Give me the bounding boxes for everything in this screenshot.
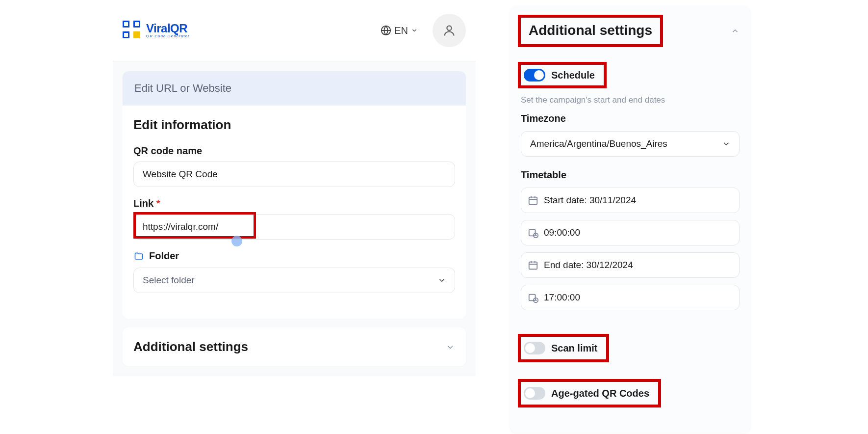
section-title: Edit information [133, 117, 455, 133]
calendar-icon [528, 260, 538, 271]
user-icon [442, 24, 456, 37]
folder-icon [133, 251, 144, 261]
age-gated-toggle[interactable] [524, 387, 545, 400]
svg-line-18 [536, 300, 537, 301]
logo-icon [123, 21, 142, 40]
language-switcher[interactable]: EN [381, 25, 418, 36]
required-asterisk: * [156, 198, 160, 209]
qr-name-label: QR code name [133, 145, 455, 157]
logo-text: ViralQR [146, 23, 190, 34]
svg-line-10 [536, 236, 537, 236]
start-time-input[interactable] [521, 220, 740, 245]
qr-name-input[interactable] [133, 162, 455, 187]
schedule-toggle[interactable] [524, 69, 545, 81]
calendar-clock-icon [528, 292, 538, 303]
end-date-input[interactable] [521, 252, 740, 278]
chevron-down-icon [445, 342, 455, 352]
additional-settings-collapsed[interactable]: Additional settings [123, 327, 466, 366]
schedule-label: Schedule [551, 70, 595, 81]
timetable-label: Timetable [521, 169, 740, 181]
scan-limit-row: Scan limit [518, 334, 609, 362]
additional-settings-panel: Additional settings Schedule Set the cam… [510, 6, 750, 433]
svg-rect-15 [529, 295, 536, 301]
logo[interactable]: ViralQR QR Code Generator [123, 21, 190, 40]
link-input[interactable] [133, 214, 455, 240]
tab-edit-url[interactable]: Edit URL or Website [123, 71, 466, 106]
timezone-label: Timezone [521, 113, 740, 124]
top-bar: ViralQR QR Code Generator EN [113, 0, 476, 61]
logo-tagline: QR Code Generator [146, 34, 190, 38]
scan-limit-label: Scan limit [551, 343, 597, 354]
folder-label: Folder [149, 250, 179, 262]
calendar-icon [528, 195, 538, 206]
chevron-down-icon [411, 27, 418, 34]
age-gated-row: Age-gated QR Codes [518, 379, 661, 407]
edit-information-card: Edit information QR code name Link * [123, 106, 466, 319]
schedule-hint: Set the campaign's start and end dates [521, 95, 740, 105]
language-code: EN [394, 25, 408, 36]
folder-select[interactable]: Select folder [133, 268, 455, 293]
end-time-input[interactable] [521, 285, 740, 310]
globe-icon [381, 25, 391, 36]
svg-rect-7 [529, 230, 536, 236]
svg-point-2 [447, 26, 451, 30]
svg-rect-11 [529, 262, 537, 270]
scan-limit-toggle[interactable] [524, 342, 545, 354]
additional-settings-label: Additional settings [133, 339, 248, 354]
age-gated-label: Age-gated QR Codes [551, 388, 649, 399]
timezone-select[interactable]: America/Argentina/Buenos_Aires [521, 131, 740, 157]
calendar-clock-icon [528, 227, 538, 238]
link-label: Link * [133, 198, 455, 209]
schedule-toggle-row: Schedule [518, 62, 607, 88]
cursor-indicator [231, 236, 242, 246]
svg-rect-3 [529, 197, 537, 205]
chevron-up-icon[interactable] [731, 27, 740, 35]
start-date-input[interactable] [521, 188, 740, 213]
additional-settings-title: Additional settings [518, 15, 663, 47]
profile-button[interactable] [433, 14, 466, 47]
